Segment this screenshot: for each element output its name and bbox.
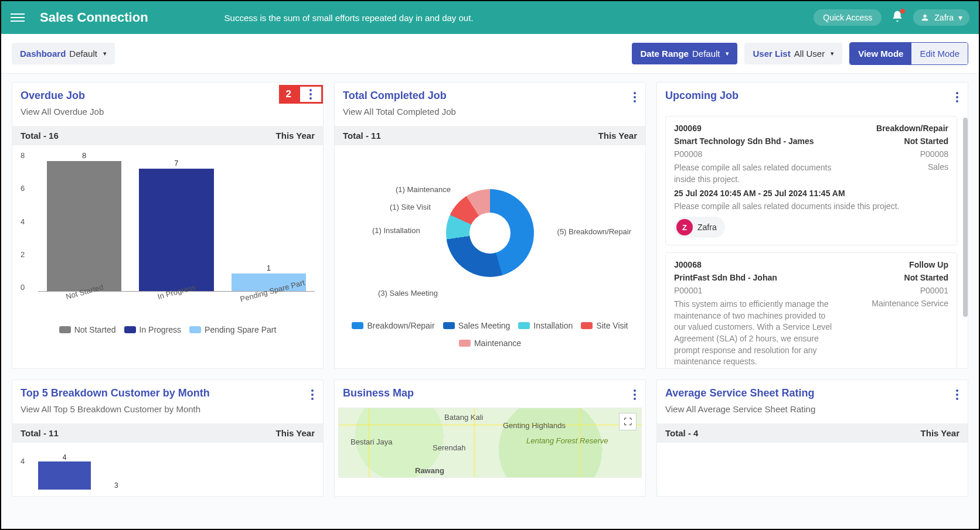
chevron-down-icon: ▾ bbox=[831, 50, 834, 57]
map-place-label: Genting Highlands bbox=[503, 421, 566, 430]
overdue-bar-chart: 02468 8 7 1 bbox=[21, 151, 315, 363]
annotation-callout: 2 bbox=[279, 85, 323, 104]
card-subtitle-link[interactable]: View All Average Service Sheet Rating bbox=[665, 404, 959, 414]
job-tag: Sales bbox=[928, 162, 948, 185]
card-subtitle-link[interactable]: View All Overdue Job bbox=[21, 107, 315, 117]
legend-item[interactable]: Breakdown/Repair bbox=[352, 321, 434, 330]
bar-in-progress[interactable]: 7 bbox=[135, 151, 218, 291]
widget-menu-icon[interactable] bbox=[630, 88, 639, 106]
tagline: Success is the sum of small efforts repe… bbox=[224, 13, 814, 23]
widget-menu-icon[interactable] bbox=[309, 89, 312, 100]
total-label: Total - 16 bbox=[21, 131, 59, 141]
total-label: Total - 4 bbox=[665, 428, 698, 438]
widget-menu-icon[interactable] bbox=[952, 386, 962, 404]
date-range-selector[interactable]: Date Range Default ▾ bbox=[632, 43, 737, 64]
user-list-value: All User bbox=[794, 49, 825, 59]
card-business-map: Business Map ⛶ Batang Kali Genting Highl… bbox=[334, 379, 646, 497]
job-desc: Please compile all sales related documen… bbox=[674, 162, 839, 185]
legend-item[interactable]: Maintenance bbox=[459, 338, 521, 348]
donut-chart[interactable] bbox=[446, 189, 534, 277]
edit-mode-button[interactable]: Edit Mode bbox=[911, 43, 968, 64]
period-label: This Year bbox=[921, 428, 959, 438]
slice-label: (5) Breakdown/Repair bbox=[557, 227, 631, 236]
date-range-label: Date Range bbox=[640, 49, 689, 59]
notifications-icon[interactable] bbox=[891, 10, 904, 25]
dashboard-selector[interactable]: Dashboard Default ▾ bbox=[12, 43, 115, 64]
job-id: J00069 bbox=[674, 124, 702, 133]
card-subtitle-link[interactable]: View All Top 5 Breakdown Customer by Mon… bbox=[21, 404, 315, 414]
bar[interactable] bbox=[38, 461, 91, 490]
mode-toggle: View Mode Edit Mode bbox=[849, 42, 968, 65]
job-note: Please compile all sales related documen… bbox=[674, 201, 948, 211]
control-bar: Dashboard Default ▾ Date Range Default ▾… bbox=[1, 34, 979, 74]
map-view[interactable]: ⛶ Batang Kali Genting Highlands Lentang … bbox=[338, 408, 642, 478]
job-card[interactable]: J00069Breakdown/Repair Smart Technology … bbox=[665, 116, 957, 245]
map-place-label: Rawang bbox=[415, 466, 444, 475]
card-total-bar: Total - 11 This Year bbox=[335, 126, 645, 145]
dashboard-value: Default bbox=[69, 49, 97, 59]
card-total-bar: Total - 4 This Year bbox=[657, 423, 968, 443]
bar-pending-spare-part[interactable]: 1 bbox=[227, 151, 311, 291]
view-mode-button[interactable]: View Mode bbox=[850, 43, 911, 64]
job-desc: This system aims to efficiently manage t… bbox=[674, 299, 839, 368]
card-total-bar: Total - 11 This Year bbox=[12, 423, 323, 443]
legend-item[interactable]: Not Started bbox=[59, 325, 116, 334]
chart-legend: Breakdown/Repair Sales Meeting Installat… bbox=[343, 321, 637, 348]
card-title: Upcoming Job bbox=[665, 90, 959, 102]
widget-menu-icon[interactable] bbox=[308, 386, 317, 404]
card-title: Total Completed Job bbox=[343, 90, 637, 102]
job-customer: PrintFast Sdn Bhd - Johan bbox=[674, 273, 777, 282]
card-overdue-job: 2 Overdue Job View All Overdue Job Total… bbox=[12, 82, 324, 369]
map-place-label: Bestari Jaya bbox=[351, 437, 393, 446]
total-label: Total - 11 bbox=[343, 131, 381, 141]
card-total-bar: Total - 16 This Year bbox=[12, 126, 323, 145]
menu-icon[interactable] bbox=[11, 11, 25, 25]
card-subtitle-link[interactable]: View All Total Completed Job bbox=[343, 107, 637, 117]
legend-item[interactable]: Site Visit bbox=[581, 321, 628, 330]
job-code-left: P00008 bbox=[674, 149, 702, 159]
job-status: Not Started bbox=[904, 273, 948, 282]
dashboard-grid: 2 Overdue Job View All Overdue Job Total… bbox=[1, 74, 979, 530]
user-menu[interactable]: Zafra ▾ bbox=[913, 9, 969, 26]
card-average-rating: Average Service Sheet Rating View All Av… bbox=[656, 379, 968, 497]
y-axis: 02468 bbox=[21, 151, 25, 292]
annotation-outline bbox=[298, 85, 323, 104]
scrollbar[interactable] bbox=[963, 118, 968, 317]
widget-menu-icon[interactable] bbox=[630, 386, 639, 404]
legend-item[interactable]: Sales Meeting bbox=[443, 321, 511, 330]
chevron-down-icon: ▾ bbox=[726, 50, 729, 57]
map-place-label: Serendah bbox=[433, 443, 465, 452]
job-code-right: P00001 bbox=[920, 286, 948, 295]
x-axis-labels: Not Started In Progress Pending Spare Pa… bbox=[21, 295, 315, 304]
job-status: Not Started bbox=[904, 136, 948, 146]
chart-legend: Not Started In Progress Pending Spare Pa… bbox=[21, 325, 315, 334]
job-id: J00068 bbox=[674, 260, 702, 269]
user-list-selector[interactable]: User List All User ▾ bbox=[744, 43, 842, 64]
user-icon bbox=[920, 13, 930, 22]
y-tick: 4 bbox=[21, 457, 25, 466]
period-label: This Year bbox=[598, 131, 637, 141]
user-list-label: User List bbox=[753, 49, 790, 59]
dashboard-label: Dashboard bbox=[20, 49, 66, 59]
chevron-down-icon: ▾ bbox=[958, 13, 962, 22]
upcoming-job-list[interactable]: J00069Breakdown/Repair Smart Technology … bbox=[665, 116, 957, 368]
topbar: Sales Connection Success is the sum of s… bbox=[1, 1, 979, 34]
assignee-name: Zafra bbox=[697, 223, 717, 232]
quick-access-button[interactable]: Quick Access bbox=[814, 9, 882, 26]
card-upcoming-job: Upcoming Job J00069Breakdown/Repair Smar… bbox=[656, 82, 968, 369]
fullscreen-icon[interactable]: ⛶ bbox=[619, 413, 637, 430]
legend-item[interactable]: In Progress bbox=[124, 325, 182, 334]
job-card[interactable]: J00068Follow Up PrintFast Sdn Bhd - Joha… bbox=[665, 252, 957, 368]
widget-menu-icon[interactable] bbox=[952, 88, 962, 106]
job-type: Breakdown/Repair bbox=[876, 124, 948, 133]
slice-label: (1) Installation bbox=[372, 226, 420, 235]
legend-item[interactable]: Pending Spare Part bbox=[189, 325, 276, 334]
annotation-number: 2 bbox=[279, 85, 298, 104]
assignee-chip[interactable]: Z Zafra bbox=[674, 217, 725, 238]
job-code-left: P00001 bbox=[674, 286, 702, 295]
card-completed-job: Total Completed Job View All Total Compl… bbox=[334, 82, 646, 369]
card-title: Overdue Job bbox=[21, 90, 315, 102]
job-date: 25 Jul 2024 10:45 AM - 25 Jul 2024 11:45… bbox=[674, 189, 948, 198]
legend-item[interactable]: Installation bbox=[518, 321, 573, 330]
bar-not-started[interactable]: 8 bbox=[43, 151, 126, 291]
